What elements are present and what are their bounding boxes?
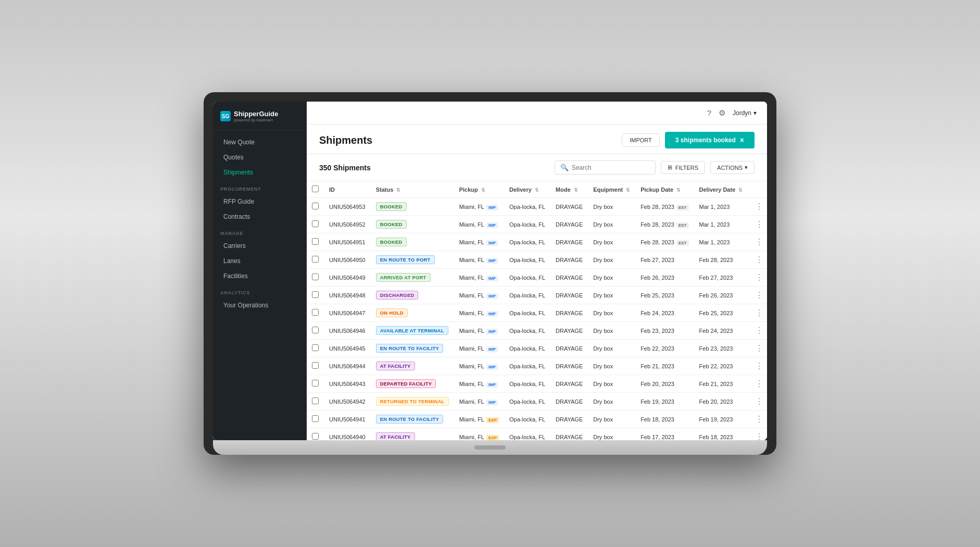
actions-button[interactable]: ACTIONS ▾ — [710, 161, 755, 174]
cell-row-menu[interactable]: ⋮ — [748, 357, 767, 375]
row-menu-icon[interactable]: ⋮ — [753, 201, 765, 212]
col-pickup-date[interactable]: Pickup Date ⇅ — [635, 181, 694, 198]
cell-equipment: Dry box — [588, 304, 635, 322]
cell-pickup: Miami, FLIMP — [454, 375, 504, 393]
row-menu-icon[interactable]: ⋮ — [753, 325, 765, 336]
close-icon[interactable]: × — [740, 136, 744, 144]
search-input[interactable] — [572, 164, 650, 171]
table-row: UNIU5064952 BOOKED Miami, FLIMP Opa-lock… — [307, 216, 767, 233]
sidebar: SG ShipperGuide powered by loadmart New … — [213, 102, 307, 440]
cell-status: BOOKED — [371, 216, 454, 233]
row-checkbox[interactable] — [312, 344, 319, 351]
row-menu-icon[interactable]: ⋮ — [753, 290, 765, 301]
col-mode[interactable]: Mode ⇅ — [550, 181, 588, 198]
cell-row-menu[interactable]: ⋮ — [748, 322, 767, 340]
imp-tag: IMP — [486, 205, 498, 210]
cell-row-menu[interactable]: ⋮ — [748, 411, 767, 428]
select-all-checkbox[interactable] — [312, 185, 319, 192]
cell-delivery: Opa-locka, FL — [504, 304, 550, 322]
row-checkbox[interactable] — [312, 256, 319, 263]
row-menu-icon[interactable]: ⋮ — [753, 378, 765, 389]
cell-id: UNIU5064940 — [324, 428, 371, 441]
cell-row-menu[interactable]: ⋮ — [748, 233, 767, 251]
cell-pickup-date: Feb 22, 2023 — [635, 340, 694, 357]
cell-equipment: Dry box — [588, 375, 635, 393]
logo-area: SG ShipperGuide powered by loadmart — [213, 102, 307, 130]
sidebar-item-lanes[interactable]: Lanes — [216, 254, 304, 268]
cell-delivery: Opa-locka, FL — [504, 375, 550, 393]
cell-pickup-date: Feb 19, 2023 — [635, 393, 694, 411]
status-badge: DISCHARGED — [376, 291, 419, 300]
row-checkbox[interactable] — [312, 203, 319, 209]
sidebar-item-rfp-guide[interactable]: RFP Guide — [216, 194, 304, 209]
row-checkbox[interactable] — [312, 433, 319, 440]
exp-tag: EXP — [486, 435, 499, 441]
user-menu[interactable]: Jordyn ▾ — [733, 109, 757, 117]
cell-row-menu[interactable]: ⋮ — [748, 287, 767, 304]
sidebar-item-carriers[interactable]: Carriers — [216, 239, 304, 253]
row-menu-icon[interactable]: ⋮ — [753, 237, 765, 247]
row-menu-icon[interactable]: ⋮ — [753, 431, 765, 440]
row-checkbox[interactable] — [312, 380, 319, 387]
help-icon[interactable]: ? — [707, 108, 711, 117]
row-checkbox[interactable] — [312, 362, 319, 369]
cell-row-menu[interactable]: ⋮ — [748, 304, 767, 322]
sidebar-item-contracts[interactable]: Contracts — [216, 209, 304, 224]
sidebar-item-your-operations[interactable]: Your Operations — [216, 298, 304, 313]
cell-delivery-date: Feb 20, 2023 — [694, 393, 748, 411]
sidebar-item-shipments[interactable]: Shipments — [216, 165, 304, 180]
cell-row-menu[interactable]: ⋮ — [748, 393, 767, 411]
toolbar-right: 🔍 ⊞ FILTERS ACTIONS ▾ — [555, 160, 755, 175]
row-checkbox[interactable] — [312, 309, 319, 316]
row-menu-icon[interactable]: ⋮ — [753, 219, 765, 230]
row-checkbox[interactable] — [312, 238, 319, 245]
col-status[interactable]: Status ⇅ — [371, 181, 454, 198]
sidebar-item-new-quote[interactable]: New Quote — [216, 135, 304, 150]
cell-status: AT FACILITY — [371, 357, 454, 375]
row-checkbox[interactable] — [312, 415, 319, 422]
est-tag: EST — [676, 240, 689, 246]
row-menu-icon[interactable]: ⋮ — [753, 343, 765, 354]
col-delivery-date[interactable]: Delivery Date ⇅ — [694, 181, 748, 198]
cell-pickup: Miami, FLIMP — [454, 233, 504, 251]
row-menu-icon[interactable]: ⋮ — [753, 254, 765, 265]
sidebar-item-quotes[interactable]: Quotes — [216, 150, 304, 165]
cell-pickup: Miami, FLIMP — [454, 251, 504, 269]
cell-row-menu[interactable]: ⋮ — [748, 375, 767, 393]
row-menu-icon[interactable]: ⋮ — [753, 396, 765, 407]
imp-tag: IMP — [486, 364, 498, 370]
status-badge: ON HOLD — [376, 308, 408, 317]
row-checkbox[interactable] — [312, 274, 319, 280]
cell-row-menu[interactable]: ⋮ — [748, 269, 767, 287]
row-checkbox[interactable] — [312, 291, 319, 298]
col-pickup[interactable]: Pickup ⇅ — [454, 181, 504, 198]
row-checkbox[interactable] — [312, 220, 319, 227]
row-menu-icon[interactable]: ⋮ — [753, 360, 765, 371]
table-area: 350 Shipments 🔍 ⊞ FILTERS ACTIONS ▾ — [307, 154, 767, 440]
cell-pickup-date: Feb 26, 2023 — [635, 269, 694, 287]
row-checkbox-cell — [307, 393, 324, 411]
settings-icon[interactable]: ⚙ — [719, 108, 725, 118]
cell-pickup-date: Feb 18, 2023 — [635, 411, 694, 428]
header-actions: IMPORT 3 shipments booked × — [622, 132, 755, 148]
cell-row-menu[interactable]: ⋮ — [748, 198, 767, 216]
row-checkbox[interactable] — [312, 397, 319, 404]
row-menu-icon[interactable]: ⋮ — [753, 272, 765, 283]
search-box[interactable]: 🔍 — [555, 160, 656, 175]
col-delivery[interactable]: Delivery ⇅ — [504, 181, 550, 198]
import-button[interactable]: IMPORT — [622, 133, 660, 147]
row-checkbox[interactable] — [312, 327, 319, 333]
row-menu-icon[interactable]: ⋮ — [753, 307, 765, 318]
status-badge: RETURNED TO TERMINAL — [376, 397, 449, 406]
filters-button[interactable]: ⊞ FILTERS — [661, 161, 705, 174]
row-menu-icon[interactable]: ⋮ — [753, 414, 765, 425]
notification-banner[interactable]: 3 shipments booked × — [665, 132, 755, 148]
col-id: ID — [324, 181, 371, 198]
col-equipment[interactable]: Equipment ⇅ — [588, 181, 635, 198]
cell-row-menu[interactable]: ⋮ — [748, 216, 767, 233]
cell-row-menu[interactable]: ⋮ — [748, 340, 767, 357]
cell-row-menu[interactable]: ⋮ — [748, 428, 767, 441]
cell-delivery: Opa-locka, FL — [504, 216, 550, 233]
cell-row-menu[interactable]: ⋮ — [748, 251, 767, 269]
sidebar-item-facilities[interactable]: Facilities — [216, 269, 304, 283]
